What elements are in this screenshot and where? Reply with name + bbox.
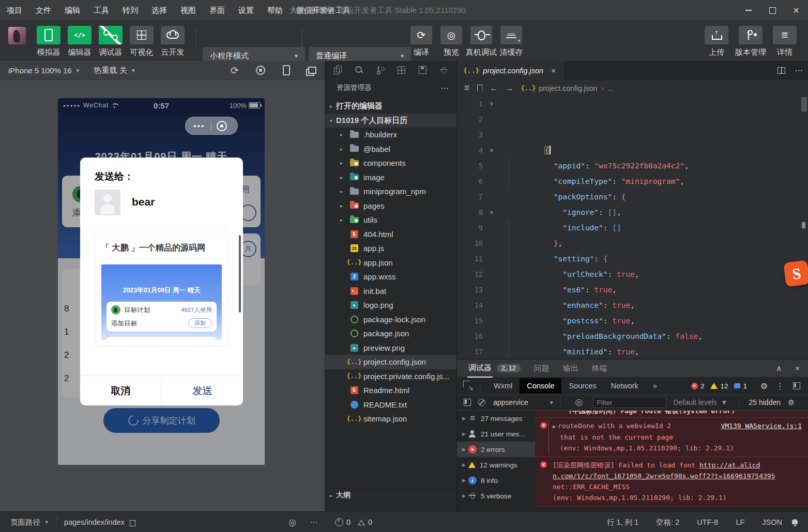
inspect-element-icon[interactable] xyxy=(463,381,474,391)
devtools-settings-icon[interactable]: ⚙ xyxy=(760,381,768,391)
explorer-toolbar-icon[interactable] xyxy=(355,66,363,74)
editor-more-icon[interactable]: ⋯ xyxy=(795,66,803,75)
record-icon[interactable] xyxy=(255,65,266,75)
console-filter-row[interactable]: ▶ 21 user mes... xyxy=(457,426,535,442)
file-tree-row[interactable]: ▸ image xyxy=(325,170,456,185)
file-tree-row[interactable]: ▸ .hbuilderx xyxy=(325,128,456,142)
console-filter-row[interactable]: ▶ 8 info xyxy=(457,473,535,488)
panel-toggle-button[interactable]: 模拟器 xyxy=(33,26,64,57)
toolbar-action-button[interactable]: 预览 xyxy=(436,26,466,57)
hot-reload-select[interactable]: 热重载 关▼ xyxy=(94,66,136,75)
file-tree-row[interactable]: {..} project.private.config.js... xyxy=(325,369,456,384)
file-tree-row[interactable]: i README.txt xyxy=(325,398,456,412)
file-tree-row[interactable]: ▸ miniprogram_npm xyxy=(325,184,456,199)
indentation[interactable]: 空格: 2 xyxy=(656,518,679,527)
context-select[interactable]: appservice▼ xyxy=(493,398,554,406)
file-tree-row[interactable]: ▸ @babel xyxy=(325,142,456,157)
split-editor-icon[interactable] xyxy=(777,67,785,74)
restart-icon[interactable] xyxy=(230,65,240,75)
toolbar-action-button[interactable]: ▾ 清缓存 xyxy=(496,26,526,57)
maximize-button[interactable] xyxy=(760,0,784,21)
log-levels-select[interactable]: Default levels▼ xyxy=(674,398,728,406)
console-filter-row[interactable]: ▶ 5 verbose xyxy=(457,488,535,504)
devtools-tab[interactable]: Sources xyxy=(561,378,603,394)
console-filter-row[interactable]: ▶ 27 messages xyxy=(457,411,535,426)
eol[interactable]: LF xyxy=(736,518,744,526)
toolbar-right-button[interactable]: 详情 xyxy=(768,26,802,57)
editor-scrollbar[interactable] xyxy=(801,97,807,112)
menu-item[interactable]: 界面 xyxy=(203,6,232,15)
file-tree-row[interactable]: >_ init.bat xyxy=(325,284,456,299)
url-link[interactable]: http://at.alicd xyxy=(699,461,760,469)
devtools-tab[interactable]: Wxml xyxy=(486,378,520,394)
tab-terminal[interactable]: 终端 xyxy=(592,364,607,373)
bookmark-icon[interactable] xyxy=(477,85,483,92)
toolbar-action-button[interactable]: 编译 xyxy=(406,26,436,57)
menu-item[interactable]: 项目 xyxy=(0,6,29,15)
send-button[interactable]: 发送 xyxy=(162,376,243,405)
device-select[interactable]: iPhone 5 100% 16▼ xyxy=(8,66,81,75)
collapse-panel-icon[interactable]: ∧ xyxy=(776,364,782,373)
breadcrumb-more[interactable]: ... xyxy=(608,84,614,92)
clear-console-icon[interactable] xyxy=(478,398,486,406)
menu-item[interactable]: 帮助 xyxy=(261,6,289,15)
device-frame-icon[interactable] xyxy=(281,65,292,75)
exit-icon[interactable] xyxy=(217,121,227,131)
devtools-tab[interactable]: Network xyxy=(604,378,646,394)
cursor-position[interactable]: 行 1, 列 1 xyxy=(607,518,638,527)
console-filter-input[interactable] xyxy=(593,397,666,408)
toolbar-right-button[interactable]: 上传 xyxy=(699,26,734,57)
menu-item[interactable]: 转到 xyxy=(116,6,145,15)
panel-toggle-button[interactable]: 调试器 xyxy=(95,26,126,57)
file-tree-row[interactable]: js package-lock.json xyxy=(325,312,456,327)
close-button[interactable]: × xyxy=(784,0,808,21)
user-avatar[interactable] xyxy=(8,27,26,44)
file-tree-row[interactable]: {..} project.config.json xyxy=(325,355,456,369)
console-error-message[interactable]: × ▶routeDone with a webviewId 2VM139 WAS… xyxy=(535,418,808,457)
panel-toggle-button[interactable]: 编辑器 xyxy=(64,26,95,57)
code-area[interactable]: 1 ∨ { 2 "appid": "wx75c2922fb0a2a4c2", 3… xyxy=(457,96,808,359)
more-icon[interactable]: ●●● xyxy=(193,123,205,129)
panel-toggle-button[interactable]: 可视化 xyxy=(126,26,157,57)
menu-item[interactable]: 视图 xyxy=(174,6,203,15)
file-tree-row[interactable]: {..} app.json xyxy=(325,256,456,270)
file-tree-row[interactable]: ▲ preview.png xyxy=(325,341,456,355)
warning-count[interactable]: 12 xyxy=(710,382,728,390)
fold-icon[interactable]: ∨ xyxy=(487,205,496,220)
file-tree-row[interactable]: ▸ utils xyxy=(325,213,456,227)
expand-arrow-icon[interactable]: ▶ xyxy=(553,424,556,429)
explorer-toolbar-icon[interactable] xyxy=(439,66,448,74)
fold-icon[interactable]: ∨ xyxy=(487,96,496,112)
close-panel-icon[interactable]: × xyxy=(795,364,800,373)
file-tree-row[interactable]: js package.json xyxy=(325,326,456,341)
create-live-expression-icon[interactable] xyxy=(575,398,585,407)
file-tree-row[interactable]: {..} sitemap.json xyxy=(325,412,456,426)
file-tree-row[interactable]: ▸ pages xyxy=(325,199,456,213)
preview-eye-icon[interactable] xyxy=(288,517,296,528)
menu-item[interactable]: 工具 xyxy=(87,6,116,15)
forward-icon[interactable]: → xyxy=(506,84,514,93)
url-link[interactable]: n.com/t/c/font_1671050_2wre5of98s.woff2?… xyxy=(553,472,775,480)
cancel-button[interactable]: 取消 xyxy=(80,376,162,405)
source-link[interactable]: VM139 WAService.js:1 xyxy=(721,420,802,431)
tab-issues[interactable]: 问题 xyxy=(534,364,550,373)
console-settings-icon[interactable]: ⚙ xyxy=(788,398,795,406)
back-icon[interactable]: ← xyxy=(490,84,498,93)
menu-item[interactable]: 编辑 xyxy=(58,6,87,15)
more-icon[interactable]: ⋯ xyxy=(310,518,318,526)
toolbar-action-button[interactable]: 真机调试 xyxy=(466,26,496,57)
error-count[interactable]: ×2 xyxy=(691,382,705,390)
file-tree-row[interactable]: ▸ components xyxy=(325,156,456,170)
file-tree-row[interactable]: 5 404.html xyxy=(325,227,456,242)
console-filter-row[interactable]: ▶ 12 warnings xyxy=(457,457,535,473)
dock-side-icon[interactable] xyxy=(792,382,801,390)
copy-path-icon[interactable] xyxy=(130,519,137,526)
message-count[interactable]: 1 xyxy=(734,382,747,390)
language-mode[interactable]: JSON xyxy=(762,518,782,526)
console-filter-row[interactable]: ▶ 2 errors xyxy=(457,442,535,457)
project-root[interactable]: ▾ D1019 个人目标日历 xyxy=(325,114,456,128)
page-path-select[interactable]: 页面路径▼ xyxy=(10,518,49,527)
close-tab-icon[interactable]: × xyxy=(551,66,556,75)
editor-tab[interactable]: {..} project.config.json × xyxy=(457,61,563,80)
list-icon[interactable] xyxy=(464,83,470,93)
